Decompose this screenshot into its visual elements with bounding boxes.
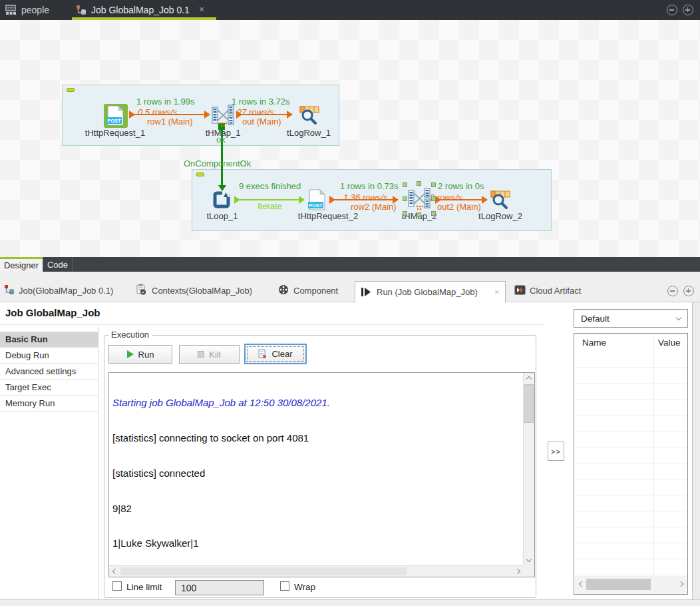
console-line: 1|Luke Skywalker|1 <box>112 537 522 549</box>
vertical-scrollbar[interactable] <box>523 373 534 565</box>
resize-handle[interactable] <box>403 211 407 216</box>
line-limit-checkbox[interactable] <box>112 581 122 591</box>
connection-out-rate: 27 rows/s <box>237 107 274 117</box>
table-row <box>574 527 687 543</box>
scroll-left-icon[interactable] <box>579 581 584 587</box>
horizontal-scrollbar[interactable] <box>109 565 524 577</box>
subjob-2-collapse-button[interactable] <box>196 172 204 176</box>
connection-row1-rate: 0.5 rows/s <box>138 107 177 117</box>
resize-handle[interactable] <box>417 212 421 217</box>
line-limit-input[interactable] <box>175 580 264 595</box>
maximize-icon[interactable] <box>683 5 693 15</box>
wrap-checkbox[interactable] <box>280 581 289 591</box>
component-thmap-1[interactable] <box>211 104 235 131</box>
execution-legend: Execution <box>108 330 152 340</box>
console-line: [statistics] connecting to socket on por… <box>112 432 522 444</box>
connection-row2-rate: 1.36 rows/s <box>343 192 387 202</box>
resize-handle[interactable] <box>431 211 436 216</box>
resize-handle[interactable] <box>403 196 407 201</box>
scroll-up-icon[interactable] <box>526 376 532 382</box>
run-view-icon <box>361 286 371 300</box>
designer-code-bar: Designer Code <box>0 257 700 272</box>
table-row <box>574 384 687 400</box>
page-title: Job GlobalMap_Job <box>5 307 100 318</box>
table-row <box>574 543 687 559</box>
contexts-icon <box>136 284 146 298</box>
column-header-name[interactable]: Name <box>582 338 606 348</box>
column-header-value[interactable]: Value <box>658 338 681 348</box>
scroll-right-icon[interactable] <box>678 581 683 587</box>
component-tlogrow-1[interactable] <box>297 105 320 128</box>
scrollbar-corner <box>523 565 534 577</box>
job-icon <box>76 5 87 18</box>
arrowhead-icon <box>287 111 293 119</box>
minimize-view-icon[interactable] <box>667 286 678 296</box>
execution-console[interactable]: Starting job GlobalMap_Job at 12:50 30/0… <box>108 372 535 577</box>
sidebar-item-basic-run[interactable]: Basic Run <box>0 332 98 348</box>
resize-handle[interactable] <box>431 196 436 201</box>
scroll-left-icon[interactable] <box>112 569 118 574</box>
view-tab-run[interactable]: Run (Job GlobalMap_Job) × <box>355 281 506 302</box>
console-output: Starting job GlobalMap_Job at 12:50 30/0… <box>112 374 522 565</box>
run-button[interactable]: Run <box>108 345 172 364</box>
component-label: tHttpRequest_2 <box>281 211 375 221</box>
table-row <box>574 463 687 479</box>
component-icon <box>278 284 289 298</box>
arrowhead-icon <box>482 196 488 204</box>
resize-handle[interactable] <box>417 181 421 186</box>
component-thttprequest-2[interactable]: POST <box>307 189 326 214</box>
connection-out2-name: out2 (Main) <box>437 202 481 212</box>
table-row <box>574 495 687 511</box>
table-row <box>574 448 687 463</box>
component-label: tLogRow_2 <box>467 211 534 221</box>
resize-handle[interactable] <box>431 182 436 187</box>
connection-iterate[interactable] <box>234 199 304 200</box>
tab-job-globalmap[interactable]: Job GlobalMap_Job 0.1 <box>91 5 190 15</box>
connection-out2[interactable] <box>435 199 487 200</box>
sidebar-item-debug-run[interactable]: Debug Run <box>0 348 98 364</box>
subjob-1-collapse-button[interactable] <box>67 88 75 92</box>
view-tab-job[interactable]: Job(GlobalMap_Job 0.1) <box>19 286 113 296</box>
routines-icon <box>5 5 17 18</box>
connection-out2-stat: 2 rows in 0s <box>438 181 484 191</box>
scrollbar-thumb[interactable] <box>120 567 407 575</box>
maximize-view-icon[interactable] <box>683 286 694 296</box>
job-design-canvas[interactable]: POST tHttpRequest_1 1 rows in 1.99s 0.5 … <box>0 20 700 257</box>
component-thttprequest-1[interactable]: POST <box>104 104 128 128</box>
sidebar-item-memory-run[interactable]: Memory Run <box>0 396 98 412</box>
view-tab-component[interactable]: Component <box>293 286 338 296</box>
run-view: Job GlobalMap_Job Basic Run Debug Run Ad… <box>0 302 692 599</box>
cloud-artifact-icon <box>514 285 526 298</box>
component-tlogrow-2[interactable] <box>488 190 511 212</box>
kill-button[interactable]: Kill <box>179 345 240 364</box>
tab-designer[interactable]: Designer <box>0 257 43 272</box>
arrowhead-icon <box>329 196 335 204</box>
horizontal-scrollbar[interactable] <box>575 576 687 593</box>
scroll-right-icon[interactable] <box>515 569 520 574</box>
wrap-label: Wrap <box>294 582 315 592</box>
expand-panel-button[interactable]: >> <box>548 442 564 461</box>
view-tab-cloud[interactable]: Cloud Artifact <box>530 286 581 296</box>
scrollbar-thumb[interactable] <box>586 579 651 590</box>
minimize-icon[interactable] <box>667 5 677 15</box>
scrollbar-thumb[interactable] <box>524 384 534 423</box>
component-tloop-1[interactable] <box>212 190 231 212</box>
clear-button-label: Clear <box>271 349 292 359</box>
arrowhead-icon <box>129 111 135 119</box>
close-icon[interactable]: × <box>494 287 500 297</box>
context-select[interactable]: Default <box>574 309 688 328</box>
clear-button[interactable]: Clear <box>244 344 307 364</box>
post-badge: POST <box>309 202 323 208</box>
console-line: 9|82 <box>112 503 522 515</box>
component-label: tHttpRequest_1 <box>69 128 162 138</box>
tab-people[interactable]: people <box>21 5 49 15</box>
close-tab-icon[interactable]: × <box>199 4 204 15</box>
resize-handle[interactable] <box>403 182 407 187</box>
table-row <box>574 368 687 384</box>
sidebar-item-target-exec[interactable]: Target Exec <box>0 380 98 396</box>
scroll-down-icon[interactable] <box>526 557 532 562</box>
view-tab-contexts[interactable]: Contexts(GlobalMap_Job) <box>152 286 252 296</box>
sidebar-item-advanced-settings[interactable]: Advanced settings <box>0 364 98 380</box>
tab-code[interactable]: Code <box>43 257 73 272</box>
talend-studio-window: people Job GlobalMap_Job 0.1 × POST tHtt… <box>0 0 700 606</box>
